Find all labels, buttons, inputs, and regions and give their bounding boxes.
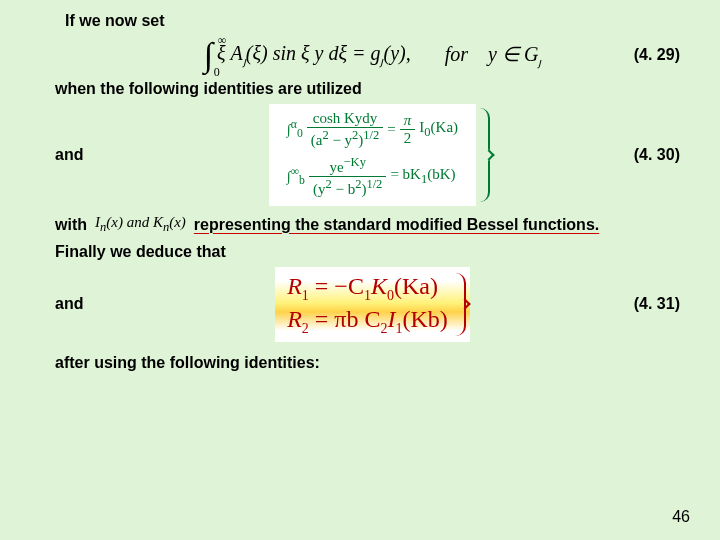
with-inline-eq: In(x) and Kn(x): [95, 214, 186, 235]
int-upper-limit: ∞: [218, 34, 227, 46]
eq29-for: for y ∈ Gȷ: [445, 42, 542, 69]
brace-icon: [476, 108, 490, 202]
and-label-31: and: [55, 295, 83, 313]
eq30-row1: ∫α0 cosh Kydy (a2 − y2)1/2 = π 2 I0(Ka): [287, 110, 458, 149]
with-label: with: [55, 216, 87, 234]
equation-4-30: and ∫α0 cosh Kydy (a2 − y2)1/2 = π 2 I0(…: [55, 104, 690, 206]
equation-4-31: and R1 = −C1K0(Ka) R2 = πb C2I1(Kb) (4. …: [55, 267, 690, 342]
eq30-row2: ∫∞b ye−Ky (y2 − b2)1/2 = bK1(bK): [287, 155, 458, 198]
eq29-tag: (4. 29): [634, 46, 680, 64]
and-label-30: and: [55, 146, 83, 164]
eq31-row2: R2 = πb C2I1(Kb): [287, 304, 448, 337]
with-line: with In(x) and Kn(x) representing the st…: [55, 214, 690, 235]
eq31-row1: R1 = −C1K0(Ka): [287, 271, 448, 304]
eq29-body: ξ Aȷ(ξ) sin ξ y dξ = gȷ(y),: [217, 42, 411, 68]
page-number: 46: [672, 508, 690, 526]
int-lower-limit: 0: [214, 66, 220, 78]
finally-text: Finally we deduce that: [55, 243, 690, 261]
eq31-tag: (4. 31): [634, 295, 680, 313]
integral-sign: ∫ ∞ 0: [204, 38, 213, 72]
brace-icon: [454, 273, 466, 336]
equation-4-29: ∫ ∞ 0 ξ Aȷ(ξ) sin ξ y dξ = gȷ(y), for y …: [55, 38, 690, 72]
when-text: when the following identities are utiliz…: [55, 80, 690, 98]
intro-text: If we now set: [65, 12, 690, 30]
eq30-tag: (4. 30): [634, 146, 680, 164]
after-text: after using the following identities:: [55, 354, 690, 372]
with-tail: representing the standard modified Besse…: [194, 216, 599, 234]
